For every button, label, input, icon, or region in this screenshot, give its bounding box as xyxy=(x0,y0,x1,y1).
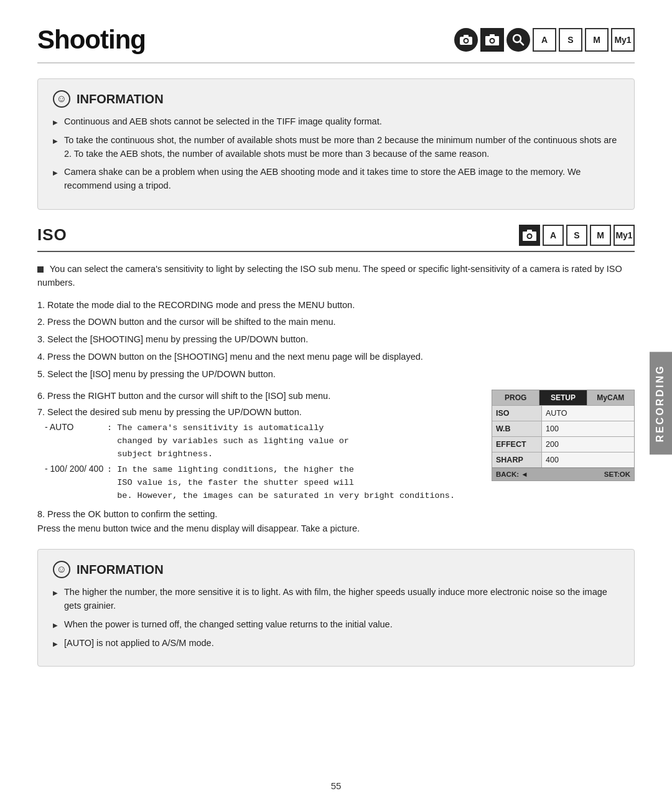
svg-point-12 xyxy=(528,235,531,238)
step-4: 4. Press the DOWN button on the [SHOOTIN… xyxy=(37,350,635,364)
sub-iso-desc: : In the same lighting conditions, the h… xyxy=(107,464,455,503)
iso-intro: You can select the camera's sensitivity … xyxy=(37,262,635,290)
menu-row-sharp: SHARP 400 xyxy=(492,452,634,467)
menu-tab-setup: SETUP xyxy=(539,390,587,405)
svg-point-2 xyxy=(465,39,468,42)
iso-mode-a: A xyxy=(543,225,564,246)
information-title-1: ☺ INFORMATION xyxy=(53,90,619,108)
menu-row-effect: EFFECT 200 xyxy=(492,436,634,452)
menu-row-iso: ISO AUTO xyxy=(492,405,634,421)
menu-val-wb: 100 xyxy=(542,421,634,436)
menu-key-effect: EFFECT xyxy=(492,437,542,452)
svg-rect-7 xyxy=(490,34,495,37)
menu-tab-prog: PROG xyxy=(492,390,539,405)
info-item-2-1: The higher the number, the more sensitiv… xyxy=(53,586,619,613)
iso-section: ISO A S M My1 You can select the camer xyxy=(37,225,635,536)
information-title-2: ☺ INFORMATION xyxy=(53,561,619,578)
information-label-2: INFORMATION xyxy=(77,563,164,577)
step-5: 5. Select the [ISO] menu by pressing the… xyxy=(37,368,635,382)
svg-rect-3 xyxy=(464,35,469,37)
mode-icon-circle-camera xyxy=(454,28,478,52)
info-icon-1: ☺ xyxy=(53,90,70,108)
steps-list: 1. Rotate the mode dial to the RECORDING… xyxy=(37,299,635,382)
step-8b-text: Press the menu button twice and the menu… xyxy=(37,522,477,535)
camera-menu: PROG SETUP MyCAM ISO AUTO W.B 100 EFFECT… xyxy=(492,390,635,481)
page-title: Shooting xyxy=(37,25,146,55)
mode-icon-s: S xyxy=(559,28,582,52)
step-2: 2. Press the DOWN button and the cursor … xyxy=(37,316,635,329)
step-3: 3. Select the [SHOOTING] menu by pressin… xyxy=(37,333,635,347)
information-label-1: INFORMATION xyxy=(77,92,164,106)
mode-icon-my1: My1 xyxy=(611,28,635,52)
menu-val-iso: AUTO xyxy=(542,406,634,421)
menu-set: SET:OK xyxy=(604,471,630,478)
page-number: 55 xyxy=(331,780,342,791)
iso-mode-my1: My1 xyxy=(614,225,635,246)
information-box-1: ☺ INFORMATION Continuous and AEB shots c… xyxy=(37,78,635,210)
menu-header: PROG SETUP MyCAM xyxy=(492,390,634,405)
sub-auto-label: - AUTO xyxy=(45,422,107,461)
iso-header: ISO A S M My1 xyxy=(37,225,635,252)
menu-footer: BACK: ◄ SET:OK xyxy=(492,467,634,480)
sub-iso-label: - 100/ 200/ 400 xyxy=(45,464,107,503)
mode-icon-m: M xyxy=(585,28,609,52)
sub-option-iso-values: - 100/ 200/ 400 : In the same lighting c… xyxy=(45,464,477,503)
information-list-1: Continuous and AEB shots cannot be selec… xyxy=(53,115,619,193)
bullet-icon xyxy=(37,266,44,273)
sub-auto-desc: : The camera's sensitivity is automatica… xyxy=(107,422,349,461)
svg-line-9 xyxy=(520,42,524,45)
menu-back: BACK: ◄ xyxy=(496,471,528,478)
step-6: 6. Press the RIGHT button and the cursor… xyxy=(37,390,477,403)
step-8: 8. Press the OK button to confirm the se… xyxy=(37,507,477,535)
info-item-1-2: To take the continuous shot, the number … xyxy=(53,134,619,161)
mode-icon-square-camera xyxy=(480,28,504,52)
menu-key-sharp: SHARP xyxy=(492,452,542,467)
recording-tab: RECORDING xyxy=(650,352,672,454)
information-list-2: The higher the number, the more sensitiv… xyxy=(53,586,619,650)
menu-val-effect: 200 xyxy=(542,437,634,452)
step-7: 7. Select the desired sub menu by pressi… xyxy=(37,406,477,419)
info-item-2-3: [AUTO] is not applied to A/S/M mode. xyxy=(53,637,619,650)
information-box-2: ☺ INFORMATION The higher the number, the… xyxy=(37,549,635,667)
iso-mode-icons: A S M My1 xyxy=(519,225,635,246)
step-1: 1. Rotate the mode dial to the RECORDING… xyxy=(37,299,635,312)
menu-key-wb: W.B xyxy=(492,421,542,436)
iso-mode-s: S xyxy=(566,225,587,246)
steps-6-7-text: 6. Press the RIGHT button and the cursor… xyxy=(37,390,477,535)
info-icon-2: ☺ xyxy=(53,561,70,578)
sub-option-auto: - AUTO : The camera's sensitivity is aut… xyxy=(45,422,477,461)
mode-icons: A S M My1 xyxy=(454,28,635,52)
svg-rect-13 xyxy=(527,230,532,232)
mode-icon-search xyxy=(506,28,530,52)
menu-val-sharp: 400 xyxy=(542,452,634,467)
info-item-1-3: Camera shake can be a problem when using… xyxy=(53,166,619,193)
menu-row-wb: W.B 100 xyxy=(492,421,634,436)
info-item-1-1: Continuous and AEB shots cannot be selec… xyxy=(53,115,619,129)
info-item-2-2: When the power is turned off, the change… xyxy=(53,618,619,632)
step-8-text: 8. Press the OK button to confirm the se… xyxy=(37,507,477,521)
page-header: Shooting xyxy=(37,25,635,63)
iso-mode-m: M xyxy=(590,225,611,246)
iso-camera-icon xyxy=(519,225,540,246)
iso-title: ISO xyxy=(37,225,67,245)
page: RECORDING Shooting xyxy=(0,0,672,806)
menu-tab-mycam: MyCAM xyxy=(587,390,634,405)
menu-key-iso: ISO xyxy=(492,406,542,421)
mode-icon-a: A xyxy=(533,28,556,52)
steps-6-7-area: 6. Press the RIGHT button and the cursor… xyxy=(37,390,635,535)
svg-point-6 xyxy=(491,39,494,42)
